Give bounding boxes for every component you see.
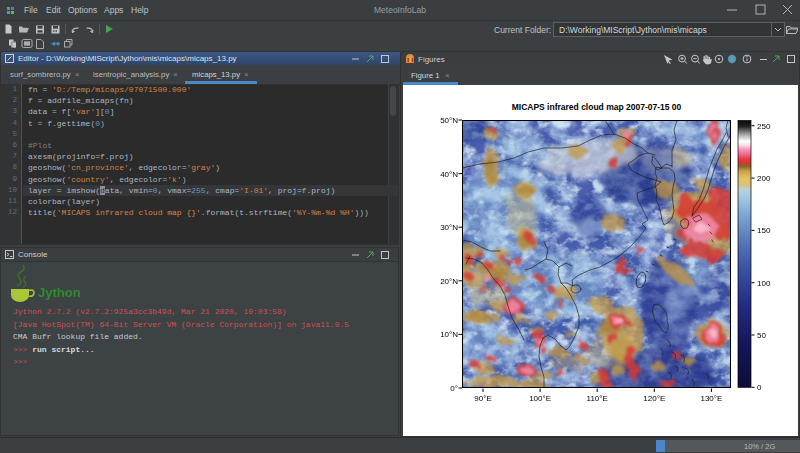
svg-text:0: 0 [757,383,762,392]
svg-text:110°E: 110°E [587,394,608,403]
svg-text:0°: 0° [450,384,458,393]
svg-text:250: 250 [757,122,771,131]
svg-text:10°N: 10°N [440,330,458,339]
svg-text:40°N: 40°N [440,170,458,179]
svg-text:50°N: 50°N [440,116,458,125]
svg-text:Jython: Jython [38,285,81,300]
svg-text:200: 200 [757,174,771,183]
svg-text:20°N: 20°N [440,277,458,286]
svg-text:130°E: 130°E [700,394,722,403]
svg-text:150: 150 [757,226,771,235]
svg-text:50: 50 [757,331,766,340]
svg-text:30°N: 30°N [440,223,458,232]
svg-text:120°E: 120°E [643,394,665,403]
svg-text:100°E: 100°E [529,394,551,403]
svg-text:90°E: 90°E [474,394,491,403]
svg-text:100: 100 [757,279,771,288]
